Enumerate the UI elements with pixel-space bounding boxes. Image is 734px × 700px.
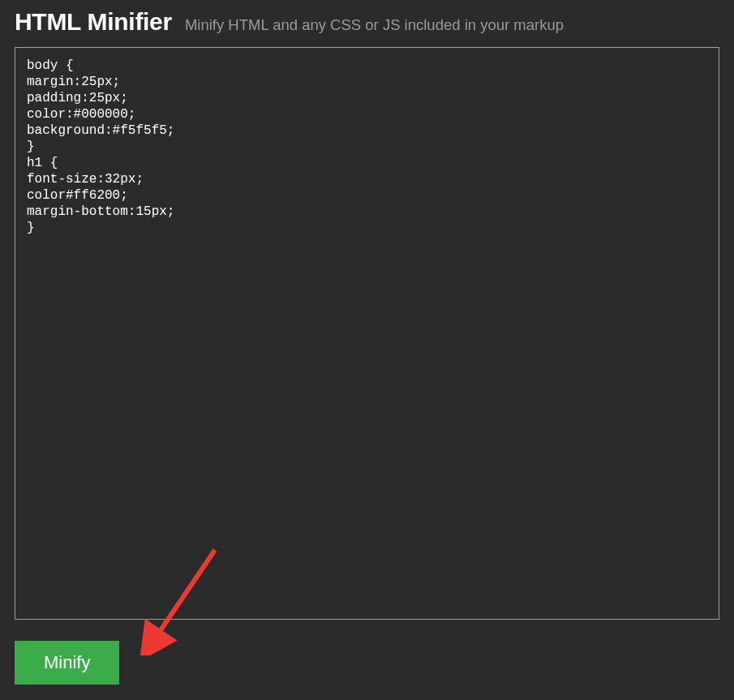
page-subtitle: Minify HTML and any CSS or JS included i… [185, 16, 564, 34]
header: HTML Minifier Minify HTML and any CSS or… [0, 0, 734, 47]
code-input[interactable] [15, 47, 719, 620]
page-title: HTML Minifier [15, 8, 172, 36]
button-row: Minify [0, 641, 734, 685]
minify-button[interactable]: Minify [15, 641, 119, 685]
editor-wrapper [15, 47, 719, 623]
